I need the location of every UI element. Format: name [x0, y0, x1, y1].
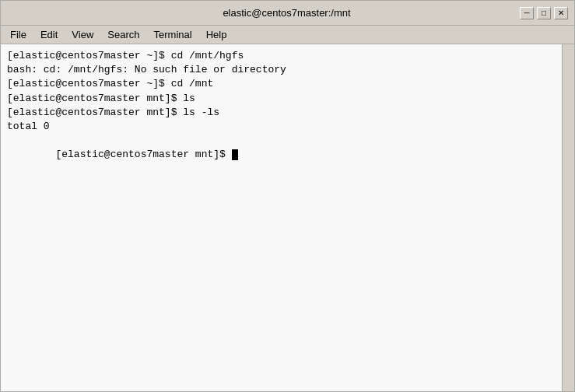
terminal-line-5: [elastic@centos7master mnt]$ ls -ls [7, 106, 556, 120]
menu-edit[interactable]: Edit [34, 27, 64, 42]
terminal-line-2: bash: cd: /mnt/hgfs: No such file or dir… [7, 63, 556, 77]
title-bar: elastic@centos7master:/mnt ─ □ ✕ [1, 1, 574, 26]
menu-file[interactable]: File [4, 27, 33, 42]
menu-terminal[interactable]: Terminal [148, 27, 198, 42]
menu-bar: File Edit View Search Terminal Help [1, 26, 574, 44]
terminal-window: elastic@centos7master:/mnt ─ □ ✕ File Ed… [0, 0, 575, 392]
title-bar-controls: ─ □ ✕ [520, 7, 568, 19]
window-title: elastic@centos7master:/mnt [54, 7, 520, 19]
terminal-line-3: [elastic@centos7master ~]$ cd /mnt [7, 77, 556, 91]
menu-search[interactable]: Search [101, 27, 146, 42]
terminal-with-scrollbar: [elastic@centos7master ~]$ cd /mnt/hgfs … [1, 44, 574, 391]
menu-help[interactable]: Help [200, 27, 233, 42]
minimize-button[interactable]: ─ [520, 7, 534, 19]
terminal-line-6: total 0 [7, 120, 556, 134]
terminal-line-1: [elastic@centos7master ~]$ cd /mnt/hgfs [7, 49, 556, 63]
menu-view[interactable]: View [65, 27, 100, 42]
terminal-cursor [232, 149, 238, 160]
scrollbar[interactable] [562, 44, 574, 391]
terminal-line-4: [elastic@centos7master mnt]$ ls [7, 92, 556, 106]
maximize-button[interactable]: □ [537, 7, 551, 19]
terminal-line-7: [elastic@centos7master mnt]$ [7, 134, 556, 177]
close-button[interactable]: ✕ [554, 7, 568, 19]
terminal-area[interactable]: [elastic@centos7master ~]$ cd /mnt/hgfs … [1, 44, 562, 391]
